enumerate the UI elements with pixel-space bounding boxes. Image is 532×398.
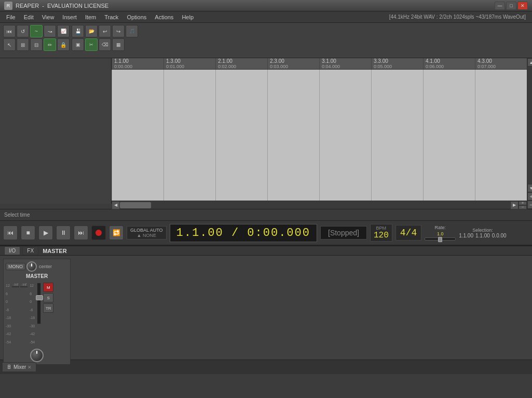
toolbar-btn-loop[interactable]: ↺ xyxy=(17,25,29,37)
vscroll-up[interactable]: ▲ xyxy=(527,58,533,67)
vscroll-zoom-in[interactable]: + xyxy=(527,192,533,201)
fader-area xyxy=(37,283,41,324)
scrollbar-h: ◀ ▶ + − xyxy=(112,201,527,209)
master-strip: MONO center MASTER 12 6 0 -6 -18 xyxy=(3,259,71,365)
rate-slider[interactable] xyxy=(425,237,456,241)
toolbar-btn-item-props[interactable]: ▦ xyxy=(112,38,125,51)
bpm-box[interactable]: BPM 120 xyxy=(370,224,392,242)
menu-edit[interactable]: Edit xyxy=(20,13,38,21)
mute-button[interactable]: M xyxy=(43,283,53,292)
tr-button[interactable]: TR xyxy=(43,303,53,313)
toolbar-btn-cursor[interactable]: ↖ xyxy=(3,38,16,51)
license-text: EVALUATION LICENSE xyxy=(47,3,108,9)
strip-right-buttons: M S TR xyxy=(43,283,53,313)
btn-go-end[interactable]: ⏭ xyxy=(74,225,88,240)
hscroll-zoom-btns: + − xyxy=(519,201,527,209)
btn-pause[interactable]: ⏸ xyxy=(56,225,71,240)
sel-start: 1.1.00 xyxy=(459,233,473,238)
toolbar-btn-trim[interactable]: ✂ xyxy=(85,38,98,51)
mixer-tab-fx[interactable]: FX xyxy=(22,246,38,255)
vu-labels: 12 6 0 -6 -18 -30 -42 -54 xyxy=(6,283,11,345)
toolbar-btn-render[interactable]: 🎵 xyxy=(126,25,138,37)
menu-bar: File Edit View Insert Item Track Options… xyxy=(0,11,532,23)
btn-play[interactable]: ▶ xyxy=(38,225,53,240)
toolbar-btn-grid1[interactable]: ⊞ xyxy=(17,38,29,51)
toolbar-btn-snap[interactable]: ~ xyxy=(30,25,43,37)
menu-view[interactable]: View xyxy=(38,13,59,21)
vu-area: 12 6 0 -6 -18 -30 -42 -54 -inf xyxy=(6,283,35,345)
minimize-button[interactable]: — xyxy=(495,2,505,10)
arrange-canvas[interactable] xyxy=(112,70,527,201)
toolbar-btn-envelope[interactable]: 📈 xyxy=(57,25,70,37)
toolbar-btn-select[interactable]: ▣ xyxy=(72,38,84,51)
mixer-tab[interactable]: 🎚 Mixer ✕ xyxy=(2,362,36,372)
btn-go-start[interactable]: ⏮ xyxy=(3,225,18,240)
toolbar-btn-split[interactable]: ⌫ xyxy=(99,38,111,51)
arrange-area: 1.1.00 0:00.000 1.3.00 0:01.000 2.1.00 0… xyxy=(0,58,532,209)
ruler-mark-7: 4.3.00 0:07.000 xyxy=(475,58,527,69)
hscroll-zoom-in[interactable]: + xyxy=(519,201,527,205)
menu-options[interactable]: Options xyxy=(122,13,151,21)
selection-row: 1.1.00 1.1.00 0.0.00 xyxy=(459,233,506,238)
mono-button[interactable]: MONO xyxy=(6,263,25,270)
vu-labels-right: 12 6 0 -6 -18 -30 -42 -54 xyxy=(30,283,35,345)
menu-track[interactable]: Track xyxy=(100,13,122,21)
btn-record[interactable] xyxy=(91,225,106,240)
grid-line-7 xyxy=(475,70,475,201)
status-bar: Select time xyxy=(0,209,532,220)
master-volume-knob[interactable] xyxy=(30,349,44,362)
grid-line-2 xyxy=(215,70,216,201)
grid-line-3 xyxy=(267,70,268,201)
vscroll-track[interactable] xyxy=(527,67,532,184)
ruler-mark-3: 2.3.00 0:03.000 xyxy=(267,58,319,69)
mixer-tab-close[interactable]: ✕ xyxy=(28,365,32,370)
toolbar-btn-ripple[interactable]: ↝ xyxy=(44,25,56,37)
selection-box: Selection: 1.1.00 1.1.00 0.0.00 xyxy=(459,228,506,238)
toolbar-btn-pencil[interactable]: ✏ xyxy=(44,38,56,51)
btn-repeat[interactable]: 🔁 xyxy=(109,225,124,240)
fader-track[interactable] xyxy=(37,283,41,324)
menu-insert[interactable]: Insert xyxy=(58,13,81,21)
hscroll-right[interactable]: ▶ xyxy=(510,201,519,209)
toolbar-btn-undo[interactable]: ↩ xyxy=(99,25,111,37)
solo-button[interactable]: S xyxy=(43,293,53,302)
master-volume-knob-area xyxy=(6,349,68,362)
menu-help[interactable]: Help xyxy=(178,13,198,21)
ruler-mark-0: 1.1.00 0:00.000 xyxy=(112,58,163,69)
ruler-mark-4: 3.1.00 0:04.000 xyxy=(319,58,371,69)
menu-actions[interactable]: Actions xyxy=(151,13,178,21)
global-auto-box[interactable]: GLOBAL AUTO ▲ NONE xyxy=(127,226,167,240)
position-display: 1.1.00 / 0:00.000 xyxy=(170,224,317,242)
time-sig-display[interactable]: 4/4 xyxy=(395,225,421,241)
maximize-button[interactable]: □ xyxy=(506,2,516,10)
bpm-label: BPM xyxy=(376,225,387,231)
scrollbar-v: ▲ ▼ + − xyxy=(527,58,532,209)
toolbar-btn-grid2[interactable]: ⊟ xyxy=(30,38,43,51)
mixer-tab-io[interactable]: I/O xyxy=(4,246,20,255)
hscroll-track[interactable] xyxy=(120,201,510,209)
toolbar-btn-save[interactable]: 💾 xyxy=(72,25,84,37)
hscroll-thumb[interactable] xyxy=(120,202,151,208)
pan-knob[interactable] xyxy=(26,261,37,272)
audio-info: [44.1kHz 24bit WAV : 2/2ch 1024spls ~43/… xyxy=(389,14,530,20)
rate-box: Rate: 1.0 xyxy=(425,225,456,241)
vscroll-down[interactable]: ▼ xyxy=(527,184,533,192)
menu-item[interactable]: Item xyxy=(81,13,100,21)
btn-stop[interactable]: ■ xyxy=(21,225,35,240)
menu-file[interactable]: File xyxy=(2,13,20,21)
vscroll-zoom-out[interactable]: − xyxy=(527,201,533,209)
toolbar-btn-open[interactable]: 📂 xyxy=(85,25,98,37)
close-button[interactable]: ✕ xyxy=(517,2,528,10)
ruler-mark-6: 4.1.00 0:06.000 xyxy=(423,58,475,69)
toolbar-btn-lock[interactable]: 🔒 xyxy=(57,38,70,51)
hscroll-zoom-out[interactable]: − xyxy=(519,205,527,209)
ruler-mark-1: 1.3.00 0:01.000 xyxy=(163,58,215,69)
mixer-header: I/O FX MASTER xyxy=(0,246,532,256)
toolbar-btn-rewind[interactable]: ⏮ xyxy=(3,25,16,37)
toolbar-btn-redo[interactable]: ↪ xyxy=(112,25,125,37)
toolbar: ⏮ ↺ ~ ↝ 📈 ↖ ⊞ ⊟ ✏ 🔒 💾 📂 ↩ ↪ 🎵 ▣ ✂ ⌫ ▦ xyxy=(0,23,532,58)
hscroll-left[interactable]: ◀ xyxy=(112,201,120,209)
stopped-display: [Stopped] xyxy=(320,226,367,240)
master-top-buttons: MONO center xyxy=(6,261,68,272)
sel-len: 0.0.00 xyxy=(492,233,507,238)
